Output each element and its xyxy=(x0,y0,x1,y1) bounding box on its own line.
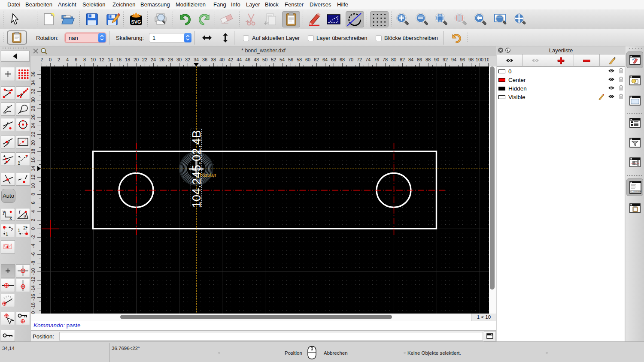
svg-text:22: 22 xyxy=(142,57,147,62)
svg-text:2: 2 xyxy=(58,57,60,62)
svg-text:2: 2 xyxy=(31,219,36,221)
svg-text:104.245.02.4B: 104.245.02.4B xyxy=(190,130,203,208)
svg-text:54: 54 xyxy=(279,57,285,62)
svg-text:52: 52 xyxy=(271,57,276,62)
svg-text:x: x xyxy=(9,215,12,220)
svg-text:-16: -16 xyxy=(31,294,36,301)
svg-text:90: 90 xyxy=(434,57,439,62)
svg-text:Raster: Raster xyxy=(200,172,217,178)
svg-text:32: 32 xyxy=(31,89,36,94)
svg-text:46: 46 xyxy=(245,57,250,62)
svg-text:86: 86 xyxy=(417,57,422,62)
svg-text:2: 2 xyxy=(23,225,26,230)
svg-text:12: 12 xyxy=(99,57,104,62)
svg-text:y: y xyxy=(3,209,5,215)
svg-text:26: 26 xyxy=(31,115,36,120)
svg-text:34: 34 xyxy=(194,57,199,62)
svg-text:96: 96 xyxy=(460,57,465,62)
svg-text:88: 88 xyxy=(425,57,431,62)
svg-text:-18: -18 xyxy=(31,302,36,309)
svg-text:82: 82 xyxy=(400,57,405,62)
svg-text:74: 74 xyxy=(365,57,371,62)
svg-text:16: 16 xyxy=(31,157,36,163)
svg-text:34: 34 xyxy=(31,80,36,85)
svg-text:100: 100 xyxy=(476,57,483,62)
svg-text:1: 1 xyxy=(6,232,8,237)
svg-text:-2: -2 xyxy=(31,235,36,239)
svg-text:-4: -4 xyxy=(31,244,36,248)
svg-text:66: 66 xyxy=(331,57,336,62)
svg-text:32: 32 xyxy=(185,57,190,62)
svg-text:8: 8 xyxy=(83,57,86,62)
svg-text:0: 0 xyxy=(49,57,52,62)
svg-text:r: r xyxy=(19,209,21,215)
svg-text:-10: -10 xyxy=(31,268,36,275)
svg-text:0: 0 xyxy=(31,227,36,230)
svg-text:56: 56 xyxy=(288,57,293,62)
svg-text:-8: -8 xyxy=(31,261,36,265)
svg-text:62: 62 xyxy=(314,57,319,62)
svg-text:1: 1 xyxy=(18,228,20,233)
svg-text:10: 10 xyxy=(91,57,96,62)
svg-text:2: 2 xyxy=(41,57,43,62)
svg-text:2: 2 xyxy=(11,227,13,232)
svg-text:94: 94 xyxy=(451,57,456,62)
svg-text:a: a xyxy=(24,213,27,218)
svg-text:70: 70 xyxy=(348,57,353,62)
svg-text:20: 20 xyxy=(134,57,139,62)
svg-text:76: 76 xyxy=(374,57,379,62)
svg-text:18: 18 xyxy=(31,149,36,154)
svg-text:1: 1 xyxy=(18,160,20,166)
svg-text:24: 24 xyxy=(31,123,36,128)
svg-text:92: 92 xyxy=(443,57,448,62)
svg-text:8: 8 xyxy=(31,193,36,196)
svg-text:4: 4 xyxy=(66,57,69,62)
svg-text:12: 12 xyxy=(31,175,36,180)
svg-text:72: 72 xyxy=(357,57,362,62)
svg-text:84: 84 xyxy=(408,57,413,62)
svg-text:14: 14 xyxy=(31,166,36,171)
svg-text:4: 4 xyxy=(31,210,36,213)
svg-text:28: 28 xyxy=(31,106,36,111)
svg-text:22: 22 xyxy=(31,132,36,137)
svg-text:SVG: SVG xyxy=(131,19,141,24)
svg-text:26: 26 xyxy=(159,57,164,62)
svg-text:44: 44 xyxy=(237,57,242,62)
svg-text:98: 98 xyxy=(468,57,474,62)
svg-text:-12: -12 xyxy=(31,277,36,284)
svg-text:28: 28 xyxy=(168,57,173,62)
svg-text:102: 102 xyxy=(484,57,489,62)
svg-text:64: 64 xyxy=(322,57,328,62)
svg-text:2: 2 xyxy=(25,154,28,159)
svg-text:30: 30 xyxy=(176,57,182,62)
svg-text:36: 36 xyxy=(202,57,207,62)
svg-text:78: 78 xyxy=(383,57,388,62)
svg-text:60: 60 xyxy=(305,57,310,62)
svg-text:20: 20 xyxy=(31,140,36,145)
svg-text:42: 42 xyxy=(228,57,233,62)
svg-text:38: 38 xyxy=(211,57,216,62)
svg-text:50: 50 xyxy=(262,57,267,62)
svg-text:18: 18 xyxy=(125,57,130,62)
svg-text:48: 48 xyxy=(254,57,259,62)
svg-text:30: 30 xyxy=(31,97,36,103)
svg-text:16: 16 xyxy=(116,57,122,62)
svg-text:10: 10 xyxy=(31,183,36,188)
svg-text:36: 36 xyxy=(31,72,36,77)
svg-text:80: 80 xyxy=(391,57,396,62)
svg-text:58: 58 xyxy=(297,57,302,62)
svg-text:6: 6 xyxy=(31,202,36,204)
svg-text:14: 14 xyxy=(108,57,113,62)
svg-text:24: 24 xyxy=(151,57,156,62)
svg-text:c command: c command xyxy=(632,190,642,193)
svg-text:68: 68 xyxy=(340,57,345,62)
svg-text:6: 6 xyxy=(75,57,77,62)
svg-text:-14: -14 xyxy=(31,285,36,292)
svg-text:40: 40 xyxy=(219,57,225,62)
svg-text:-6: -6 xyxy=(31,252,36,256)
